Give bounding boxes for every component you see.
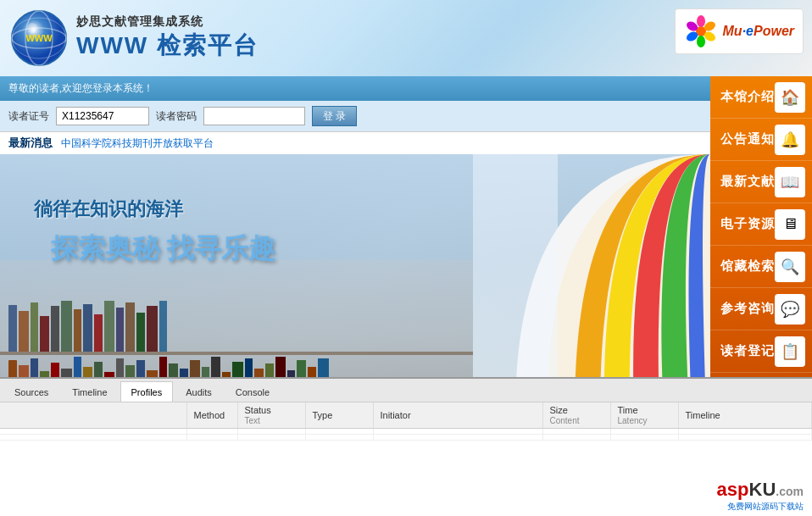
- tab-timeline[interactable]: Timeline: [61, 381, 118, 402]
- site-title-main: WWW 检索平台: [76, 30, 259, 62]
- nav-item-consult[interactable]: 参考咨询 💬: [710, 288, 812, 330]
- nav-label-electronic: 电子资源: [720, 216, 775, 232]
- nav-icon-notice: 🔔: [775, 125, 805, 155]
- login-button[interactable]: 登 录: [312, 106, 357, 126]
- nav-icon-reader: 📋: [775, 336, 805, 367]
- site-header: WWW 妙思文献管理集成系统 WWW 检索平台: [0, 0, 812, 76]
- news-content[interactable]: 中国科学院科技期刊开放获取平台: [61, 136, 214, 151]
- watermark-com: .com: [776, 485, 804, 498]
- login-welcome: 尊敬的读者,欢迎您登录本系统！: [8, 81, 153, 96]
- svg-text:WWW: WWW: [25, 33, 53, 43]
- nav-icon-electronic: 🖥: [775, 209, 805, 240]
- nav-item-latest[interactable]: 最新文献 📖: [710, 161, 812, 203]
- globe-icon: WWW: [8, 8, 70, 69]
- banner-arc: [473, 154, 710, 377]
- bookshelf: [0, 260, 473, 377]
- nav-item-reader[interactable]: 读者登记 📋: [710, 330, 812, 373]
- nav-icon-consult: 💬: [775, 294, 805, 325]
- network-table: Method Status Text Type Initiator Size C: [0, 402, 812, 441]
- svg-point-5: [27, 23, 37, 33]
- nav-label-consult: 参考咨询: [720, 301, 775, 317]
- musepower-logo: Mu·ePower: [675, 8, 804, 54]
- watermark-asp: asp: [717, 479, 749, 500]
- svg-point-7: [697, 15, 705, 27]
- col-method: Method: [186, 402, 237, 429]
- devtools-content: Method Status Text Type Initiator Size C: [0, 402, 812, 516]
- col-status: Status Text: [237, 402, 305, 429]
- tab-console[interactable]: Console: [225, 381, 281, 402]
- col-type: Type: [305, 402, 373, 429]
- tab-sources[interactable]: Sources: [3, 381, 59, 402]
- nav-label-notice: 公告通知: [720, 131, 775, 147]
- banner-area: 徜徉在知识的海洋 探索奥秘 找寻乐趣 http://www.aspku.com/…: [0, 154, 710, 377]
- reader-pwd-label: 读者密码: [156, 109, 197, 124]
- bottom-watermark: aspKU.com 免费网站源码下载站: [717, 479, 804, 513]
- login-form: 读者证号 读者密码 登 录: [0, 101, 812, 131]
- col-timeline: Timeline: [678, 402, 812, 429]
- logo-area: WWW 妙思文献管理集成系统 WWW 检索平台: [0, 8, 259, 69]
- table-row: [0, 435, 812, 441]
- watermark-site: 免费网站源码下载站: [727, 501, 804, 513]
- nav-label-reader: 读者登记: [720, 343, 775, 359]
- right-nav: 本馆介绍 🏠 公告通知 🔔 最新文献 📖 电子资源 🖥 馆藏检索 🔍 参考咨询: [710, 76, 812, 377]
- site-subtitle: 妙思文献管理集成系统: [76, 14, 259, 30]
- nav-item-electronic[interactable]: 电子资源 🖥: [710, 203, 812, 246]
- watermark-ku: KU: [749, 479, 776, 500]
- svg-point-10: [697, 36, 705, 47]
- nav-label-intro: 本馆介绍: [720, 89, 775, 105]
- login-section: 尊敬的读者,欢迎您登录本系统！ 忘记密码了?>: [0, 76, 812, 101]
- reader-pwd-input[interactable]: [203, 107, 305, 125]
- col-initiator: Initiator: [373, 402, 542, 429]
- nav-label-latest: 最新文献: [720, 174, 775, 190]
- col-name: [0, 402, 186, 429]
- devtools-tabs: Sources Timeline Profiles Audits Console: [0, 379, 812, 402]
- flower-icon: [684, 14, 718, 48]
- tab-profiles[interactable]: Profiles: [120, 381, 174, 402]
- reader-id-label: 读者证号: [8, 109, 49, 124]
- col-size: Size Content: [542, 402, 610, 429]
- devtools-panel: Sources Timeline Profiles Audits Console…: [0, 377, 812, 516]
- table-row: [0, 429, 812, 435]
- news-bar: 最新消息 中国科学院科技期刊开放获取平台: [0, 131, 812, 154]
- nav-icon-search: 🔍: [775, 252, 805, 282]
- col-time: Time Latency: [610, 402, 678, 429]
- main-content: WWW 妙思文献管理集成系统 WWW 检索平台: [0, 0, 812, 377]
- site-title-area: 妙思文献管理集成系统 WWW 检索平台: [76, 14, 259, 62]
- nav-icon-latest: 📖: [775, 167, 805, 197]
- banner-text1: 徜徉在知识的海洋: [34, 197, 183, 222]
- svg-point-13: [697, 27, 705, 36]
- nav-item-notice[interactable]: 公告通知 🔔: [710, 119, 812, 161]
- nav-label-search: 馆藏检索: [720, 258, 775, 275]
- svg-rect-15: [473, 154, 558, 377]
- news-label: 最新消息: [8, 136, 53, 151]
- reader-id-input[interactable]: [56, 107, 149, 125]
- nav-item-intro[interactable]: 本馆介绍 🏠: [710, 76, 812, 119]
- nav-item-search[interactable]: 馆藏检索 🔍: [710, 246, 812, 288]
- nav-icon-intro: 🏠: [775, 82, 805, 113]
- banner-text2: 探索奥秘 找寻乐趣: [51, 230, 275, 268]
- tab-audits[interactable]: Audits: [175, 381, 223, 402]
